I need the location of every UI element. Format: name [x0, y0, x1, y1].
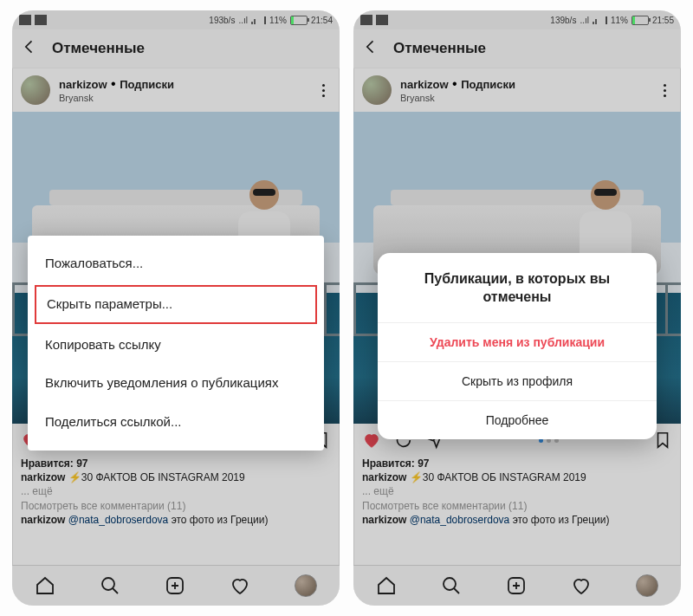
view-comments-suffix[interactable]: ): [182, 500, 185, 512]
view-comments-prefix[interactable]: Посмотреть все комментарии (: [21, 500, 171, 512]
post-meta: Нравится: 97 narkizow ⚡30 ФАКТОВ ОБ INST…: [12, 457, 340, 532]
caption-text: ⚡30 ФАКТОВ ОБ INSTAGRAM 2019: [68, 471, 245, 483]
comment-text: это фото из Греции): [513, 514, 610, 526]
status-icon: [19, 15, 31, 25]
status-bar: 139b/s ..ıl 11% 21:55: [353, 10, 681, 29]
comment-user[interactable]: narkizow: [21, 514, 65, 526]
post-location[interactable]: Bryansk: [400, 93, 648, 104]
signal-icon: [593, 16, 603, 24]
like-icon[interactable]: [362, 431, 381, 450]
nav-activity-icon[interactable]: [571, 575, 592, 596]
dialog-title: Публикации, в которых вы отмечены: [378, 253, 657, 322]
post-header: narkizow • Подписки Bryansk: [12, 68, 340, 112]
likes-label[interactable]: Нравится:: [362, 457, 415, 470]
svg-point-0: [102, 578, 114, 590]
comment-text: это фото из Греции): [172, 514, 269, 526]
post-header: narkizow • Подписки Bryansk: [353, 68, 681, 112]
nav-search-icon[interactable]: [441, 575, 462, 596]
dialog-remove-tag[interactable]: Удалить меня из публикации: [378, 322, 657, 361]
options-menu: Пожаловаться... Скрыть параметры... Копи…: [28, 236, 324, 451]
status-icon: [35, 15, 47, 25]
caption-text: ⚡30 ФАКТОВ ОБ INSTAGRAM 2019: [410, 471, 586, 483]
clock: 21:55: [652, 16, 674, 25]
likes-count[interactable]: 97: [76, 457, 87, 470]
battery-pct: 11%: [269, 16, 287, 25]
view-comments-count[interactable]: 11: [171, 500, 182, 512]
phone-right: 139b/s ..ıl 11% 21:55 Отмеченные narkizo…: [353, 10, 681, 606]
status-icon: [360, 15, 372, 25]
post-more-icon[interactable]: [315, 84, 331, 97]
dialog-more[interactable]: Подробнее: [378, 400, 657, 439]
app-header: Отмеченные: [353, 29, 681, 68]
page-title: Отмеченные: [52, 40, 145, 57]
network-rate: 193b/s: [209, 16, 235, 25]
nav-home-icon[interactable]: [35, 575, 55, 596]
back-arrow-icon[interactable]: [21, 38, 38, 59]
comment-mention[interactable]: @nata_dobroserdova: [410, 514, 510, 526]
nav-add-icon[interactable]: [506, 575, 527, 596]
battery-icon: [290, 16, 308, 25]
status-icon: [376, 15, 388, 25]
clock: 21:54: [311, 16, 333, 25]
caption-more[interactable]: ... ещё: [362, 485, 394, 497]
caption-user[interactable]: narkizow: [362, 471, 406, 483]
network-rate: 139b/s: [550, 16, 576, 25]
nav-profile-icon[interactable]: [636, 574, 658, 597]
author-username[interactable]: narkizow: [400, 78, 449, 91]
menu-report[interactable]: Пожаловаться...: [28, 244, 324, 283]
caption-user[interactable]: narkizow: [21, 471, 65, 483]
menu-copy-link[interactable]: Копировать ссылку: [28, 326, 324, 365]
app-header: Отмеченные: [12, 29, 340, 68]
post-more-icon[interactable]: [657, 84, 672, 97]
comment-mention[interactable]: @nata_dobroserdova: [68, 514, 169, 526]
back-arrow-icon[interactable]: [362, 38, 379, 59]
view-comments-count[interactable]: 11: [512, 500, 523, 512]
battery-pct: 11%: [611, 16, 628, 25]
nav-activity-icon[interactable]: [230, 575, 250, 596]
subscribe-label[interactable]: Подписки: [461, 78, 515, 91]
bookmark-icon[interactable]: [653, 431, 672, 450]
separator: •: [111, 76, 120, 91]
battery-icon: [631, 16, 649, 25]
comment-user[interactable]: narkizow: [362, 514, 406, 526]
signal-icon: [251, 16, 262, 24]
caption-more[interactable]: ... ещё: [21, 485, 53, 497]
likes-count[interactable]: 97: [418, 457, 429, 470]
tagged-dialog: Публикации, в которых вы отмечены Удалит…: [378, 253, 657, 439]
separator: •: [452, 76, 461, 91]
bottom-nav: [353, 565, 681, 606]
nav-add-icon[interactable]: [165, 575, 185, 596]
signal-text: ..ıl: [580, 16, 589, 25]
nav-profile-icon[interactable]: [295, 574, 317, 597]
view-comments-suffix[interactable]: ): [523, 500, 527, 512]
svg-point-2: [444, 578, 456, 590]
dialog-hide-profile[interactable]: Скрыть из профиля: [378, 361, 657, 400]
post-location[interactable]: Bryansk: [59, 93, 307, 104]
status-bar: 193b/s ..ıl 11% 21:54: [12, 10, 340, 29]
menu-hide-options[interactable]: Скрыть параметры...: [35, 285, 317, 324]
author-avatar[interactable]: [21, 75, 50, 105]
page-title: Отмеченные: [393, 40, 486, 57]
phone-left: 193b/s ..ıl 11% 21:54 Отмеченные narkizo…: [12, 10, 340, 606]
post-meta: Нравится: 97 narkizow ⚡30 ФАКТОВ ОБ INST…: [353, 457, 681, 532]
nav-search-icon[interactable]: [100, 575, 120, 596]
bottom-nav: [12, 565, 340, 606]
menu-enable-notifications[interactable]: Включить уведомления о публикациях: [28, 364, 324, 403]
likes-label[interactable]: Нравится:: [21, 457, 74, 470]
subscribe-label[interactable]: Подписки: [120, 78, 174, 91]
view-comments-prefix[interactable]: Посмотреть все комментарии (: [362, 500, 512, 512]
author-username[interactable]: narkizow: [59, 78, 107, 91]
author-avatar[interactable]: [362, 75, 392, 105]
nav-home-icon[interactable]: [376, 575, 397, 596]
menu-share-link[interactable]: Поделиться ссылкой...: [28, 403, 324, 442]
signal-text: ..ıl: [238, 16, 248, 25]
